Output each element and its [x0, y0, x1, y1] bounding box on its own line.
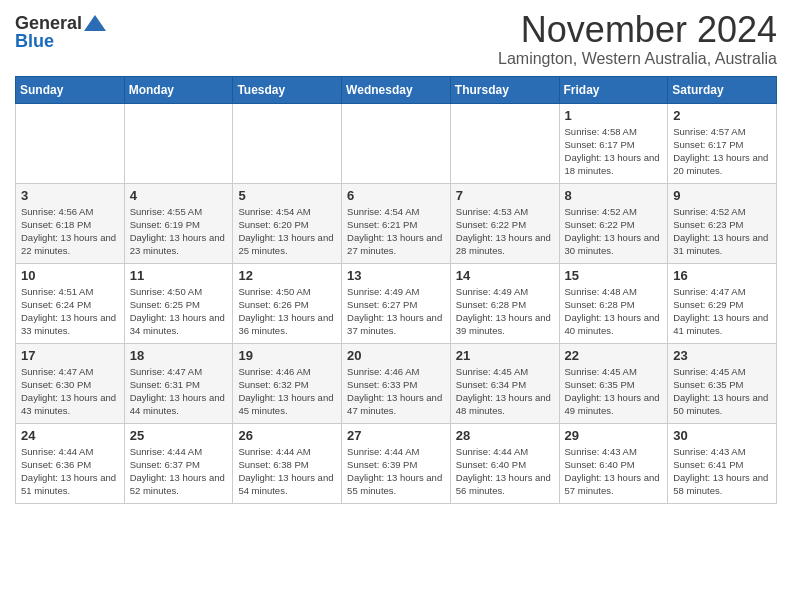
day-info: Sunrise: 4:43 AM Sunset: 6:40 PM Dayligh… [565, 445, 663, 498]
day-number: 29 [565, 428, 663, 443]
weekday-header: Sunday [16, 76, 125, 103]
day-number: 16 [673, 268, 771, 283]
calendar-cell: 3Sunrise: 4:56 AM Sunset: 6:18 PM Daylig… [16, 183, 125, 263]
calendar-week-row: 10Sunrise: 4:51 AM Sunset: 6:24 PM Dayli… [16, 263, 777, 343]
day-number: 12 [238, 268, 336, 283]
calendar-cell: 24Sunrise: 4:44 AM Sunset: 6:36 PM Dayli… [16, 423, 125, 503]
day-info: Sunrise: 4:47 AM Sunset: 6:30 PM Dayligh… [21, 365, 119, 418]
day-number: 30 [673, 428, 771, 443]
calendar-cell: 14Sunrise: 4:49 AM Sunset: 6:28 PM Dayli… [450, 263, 559, 343]
calendar-cell: 6Sunrise: 4:54 AM Sunset: 6:21 PM Daylig… [342, 183, 451, 263]
calendar-cell [16, 103, 125, 183]
day-info: Sunrise: 4:52 AM Sunset: 6:22 PM Dayligh… [565, 205, 663, 258]
weekday-header: Monday [124, 76, 233, 103]
day-number: 10 [21, 268, 119, 283]
day-number: 28 [456, 428, 554, 443]
calendar-cell: 7Sunrise: 4:53 AM Sunset: 6:22 PM Daylig… [450, 183, 559, 263]
day-number: 24 [21, 428, 119, 443]
day-number: 19 [238, 348, 336, 363]
day-number: 13 [347, 268, 445, 283]
day-number: 15 [565, 268, 663, 283]
day-info: Sunrise: 4:47 AM Sunset: 6:31 PM Dayligh… [130, 365, 228, 418]
day-number: 2 [673, 108, 771, 123]
weekday-header: Wednesday [342, 76, 451, 103]
day-info: Sunrise: 4:52 AM Sunset: 6:23 PM Dayligh… [673, 205, 771, 258]
day-number: 8 [565, 188, 663, 203]
day-info: Sunrise: 4:48 AM Sunset: 6:28 PM Dayligh… [565, 285, 663, 338]
day-number: 11 [130, 268, 228, 283]
day-number: 5 [238, 188, 336, 203]
calendar-cell: 19Sunrise: 4:46 AM Sunset: 6:32 PM Dayli… [233, 343, 342, 423]
day-info: Sunrise: 4:44 AM Sunset: 6:38 PM Dayligh… [238, 445, 336, 498]
location-title: Lamington, Western Australia, Australia [498, 50, 777, 68]
calendar-cell: 23Sunrise: 4:45 AM Sunset: 6:35 PM Dayli… [668, 343, 777, 423]
day-number: 20 [347, 348, 445, 363]
weekday-header: Saturday [668, 76, 777, 103]
calendar-cell: 17Sunrise: 4:47 AM Sunset: 6:30 PM Dayli… [16, 343, 125, 423]
day-info: Sunrise: 4:44 AM Sunset: 6:39 PM Dayligh… [347, 445, 445, 498]
day-info: Sunrise: 4:49 AM Sunset: 6:28 PM Dayligh… [456, 285, 554, 338]
day-info: Sunrise: 4:44 AM Sunset: 6:40 PM Dayligh… [456, 445, 554, 498]
title-block: November 2024 Lamington, Western Austral… [498, 10, 777, 68]
calendar-cell: 25Sunrise: 4:44 AM Sunset: 6:37 PM Dayli… [124, 423, 233, 503]
calendar-week-row: 1Sunrise: 4:58 AM Sunset: 6:17 PM Daylig… [16, 103, 777, 183]
calendar-week-row: 17Sunrise: 4:47 AM Sunset: 6:30 PM Dayli… [16, 343, 777, 423]
calendar-cell: 20Sunrise: 4:46 AM Sunset: 6:33 PM Dayli… [342, 343, 451, 423]
day-number: 23 [673, 348, 771, 363]
calendar-cell: 9Sunrise: 4:52 AM Sunset: 6:23 PM Daylig… [668, 183, 777, 263]
day-number: 21 [456, 348, 554, 363]
day-number: 4 [130, 188, 228, 203]
day-info: Sunrise: 4:47 AM Sunset: 6:29 PM Dayligh… [673, 285, 771, 338]
day-info: Sunrise: 4:57 AM Sunset: 6:17 PM Dayligh… [673, 125, 771, 178]
calendar-cell: 12Sunrise: 4:50 AM Sunset: 6:26 PM Dayli… [233, 263, 342, 343]
logo-general-text: General [15, 14, 82, 32]
day-info: Sunrise: 4:54 AM Sunset: 6:20 PM Dayligh… [238, 205, 336, 258]
calendar-cell: 11Sunrise: 4:50 AM Sunset: 6:25 PM Dayli… [124, 263, 233, 343]
day-number: 18 [130, 348, 228, 363]
day-info: Sunrise: 4:55 AM Sunset: 6:19 PM Dayligh… [130, 205, 228, 258]
day-info: Sunrise: 4:53 AM Sunset: 6:22 PM Dayligh… [456, 205, 554, 258]
logo-blue-text: Blue [15, 32, 54, 50]
day-info: Sunrise: 4:54 AM Sunset: 6:21 PM Dayligh… [347, 205, 445, 258]
calendar-cell: 4Sunrise: 4:55 AM Sunset: 6:19 PM Daylig… [124, 183, 233, 263]
weekday-header-row: SundayMondayTuesdayWednesdayThursdayFrid… [16, 76, 777, 103]
day-info: Sunrise: 4:45 AM Sunset: 6:35 PM Dayligh… [565, 365, 663, 418]
day-info: Sunrise: 4:49 AM Sunset: 6:27 PM Dayligh… [347, 285, 445, 338]
calendar-cell: 15Sunrise: 4:48 AM Sunset: 6:28 PM Dayli… [559, 263, 668, 343]
day-number: 7 [456, 188, 554, 203]
day-info: Sunrise: 4:44 AM Sunset: 6:37 PM Dayligh… [130, 445, 228, 498]
day-number: 22 [565, 348, 663, 363]
svg-marker-0 [84, 15, 106, 31]
day-info: Sunrise: 4:43 AM Sunset: 6:41 PM Dayligh… [673, 445, 771, 498]
day-info: Sunrise: 4:45 AM Sunset: 6:35 PM Dayligh… [673, 365, 771, 418]
day-info: Sunrise: 4:45 AM Sunset: 6:34 PM Dayligh… [456, 365, 554, 418]
day-number: 26 [238, 428, 336, 443]
calendar-cell [450, 103, 559, 183]
day-info: Sunrise: 4:44 AM Sunset: 6:36 PM Dayligh… [21, 445, 119, 498]
calendar-cell: 27Sunrise: 4:44 AM Sunset: 6:39 PM Dayli… [342, 423, 451, 503]
calendar-cell: 2Sunrise: 4:57 AM Sunset: 6:17 PM Daylig… [668, 103, 777, 183]
weekday-header: Thursday [450, 76, 559, 103]
calendar-cell [124, 103, 233, 183]
day-info: Sunrise: 4:58 AM Sunset: 6:17 PM Dayligh… [565, 125, 663, 178]
day-info: Sunrise: 4:46 AM Sunset: 6:33 PM Dayligh… [347, 365, 445, 418]
calendar-cell: 18Sunrise: 4:47 AM Sunset: 6:31 PM Dayli… [124, 343, 233, 423]
day-info: Sunrise: 4:50 AM Sunset: 6:25 PM Dayligh… [130, 285, 228, 338]
day-number: 17 [21, 348, 119, 363]
calendar-cell [233, 103, 342, 183]
calendar-cell [342, 103, 451, 183]
calendar-cell: 8Sunrise: 4:52 AM Sunset: 6:22 PM Daylig… [559, 183, 668, 263]
day-info: Sunrise: 4:46 AM Sunset: 6:32 PM Dayligh… [238, 365, 336, 418]
weekday-header: Friday [559, 76, 668, 103]
page-header: General Blue November 2024 Lamington, We… [15, 10, 777, 68]
month-title: November 2024 [498, 10, 777, 50]
calendar-cell: 28Sunrise: 4:44 AM Sunset: 6:40 PM Dayli… [450, 423, 559, 503]
calendar-cell: 29Sunrise: 4:43 AM Sunset: 6:40 PM Dayli… [559, 423, 668, 503]
day-number: 25 [130, 428, 228, 443]
logo-icon [84, 15, 106, 31]
calendar-week-row: 3Sunrise: 4:56 AM Sunset: 6:18 PM Daylig… [16, 183, 777, 263]
day-number: 3 [21, 188, 119, 203]
weekday-header: Tuesday [233, 76, 342, 103]
calendar-week-row: 24Sunrise: 4:44 AM Sunset: 6:36 PM Dayli… [16, 423, 777, 503]
calendar-cell: 13Sunrise: 4:49 AM Sunset: 6:27 PM Dayli… [342, 263, 451, 343]
